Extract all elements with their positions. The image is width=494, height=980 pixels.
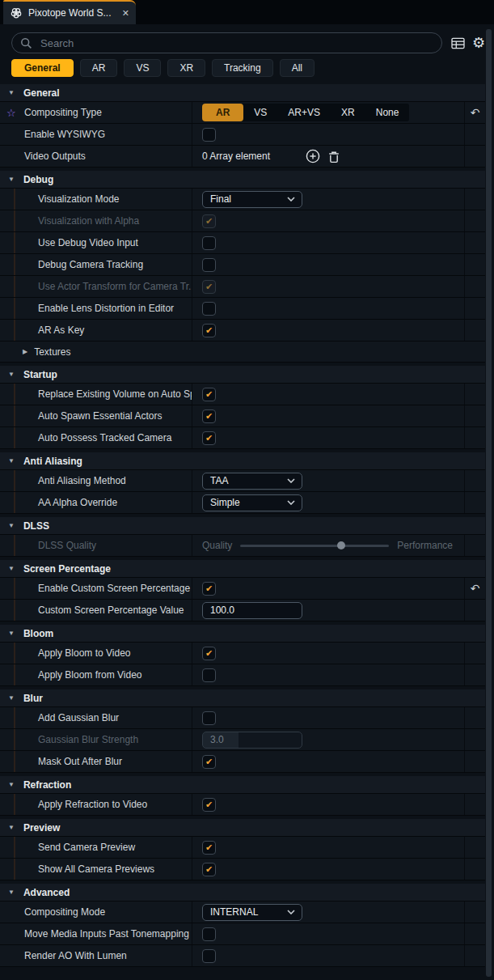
property-value-cell: ✔ — [192, 276, 465, 297]
property-value-cell: ARVSAR+VSXRNone — [192, 102, 465, 123]
visualization-mode-dropdown[interactable]: Final — [202, 191, 302, 208]
custom-screen-percentage-value-input[interactable] — [202, 602, 302, 619]
segment-ar[interactable]: AR — [202, 104, 243, 121]
section-title: Blur — [23, 693, 43, 704]
filter-chip-row: GeneralARVSXRTrackingAll — [11, 59, 494, 77]
compositing-mode-dropdown[interactable]: INTERNAL — [202, 904, 302, 921]
reset-cell — [465, 124, 485, 145]
reset-to-default-button[interactable]: ↶ — [471, 107, 480, 118]
property-row-enable-lens-distortion-in-editor: Enable Lens Distortion in Editor — [0, 298, 485, 320]
property-value-cell — [192, 254, 465, 275]
auto-possess-tracked-camera-checkbox[interactable]: ✔ — [202, 431, 216, 445]
filter-chip-tracking[interactable]: Tracking — [212, 59, 273, 77]
property-row-use-debug-video-input: Use Debug Video Input — [0, 232, 485, 254]
reset-cell — [465, 859, 485, 880]
anti-aliasing-method-dropdown[interactable]: TAA — [202, 473, 302, 490]
section-header-debug[interactable]: ▼Debug — [0, 171, 493, 189]
property-value-cell: ✔ — [192, 427, 465, 448]
mask-out-after-blur-checkbox[interactable]: ✔ — [202, 755, 216, 769]
property-label: Apply Bloom to Video — [38, 647, 131, 659]
property-label-cell: Apply Bloom from Video — [0, 664, 192, 685]
property-row-dlss-quality: DLSS QualityQualityPerformance — [0, 535, 485, 557]
property-row-compositing-mode: Compositing ModeINTERNAL — [0, 902, 485, 923]
scrollbar-thumb[interactable] — [486, 29, 492, 977]
enable-custom-screen-percentage-checkbox[interactable]: ✔ — [202, 582, 216, 596]
property-label: Enable Custom Screen Percentage — [38, 583, 190, 594]
section-header-dlss[interactable]: ▼DLSS — [0, 517, 493, 535]
property-label: Mask Out After Blur — [38, 756, 122, 767]
replace-existing-volume-on-auto-sp-checkbox[interactable]: ✔ — [202, 388, 216, 401]
checkmark-icon: ✔ — [205, 326, 213, 335]
apply-bloom-to-video-checkbox[interactable]: ✔ — [202, 647, 216, 660]
use-debug-video-input-checkbox[interactable] — [202, 236, 216, 250]
property-label: Use Actor Transform for Camera Tr... — [38, 281, 192, 292]
favorite-star-icon[interactable]: ☆ — [6, 108, 16, 118]
filter-chip-general[interactable]: General — [11, 59, 74, 77]
scrollbar-track[interactable] — [485, 24, 494, 980]
section-header-advanced[interactable]: ▼Advanced — [0, 884, 493, 902]
property-label-cell: Compositing Mode — [0, 902, 192, 923]
property-value-cell: INTERNAL — [192, 902, 465, 923]
property-row-apply-refraction-to-video: Apply Refraction to Video✔ — [0, 794, 485, 816]
section-header-startup[interactable]: ▼Startup — [0, 366, 493, 384]
enable-lens-distortion-in-editor-checkbox[interactable] — [202, 302, 216, 316]
reset-to-default-button[interactable]: ↶ — [471, 583, 480, 594]
section-header-blur[interactable]: ▼Blur — [0, 689, 493, 707]
render-ao-with-lumen-checkbox[interactable] — [202, 949, 216, 963]
debug-camera-tracking-checkbox[interactable] — [202, 258, 216, 272]
segment-ar-vs[interactable]: AR+VS — [277, 104, 331, 121]
property-label-cell: Auto Possess Tracked Camera — [0, 427, 192, 448]
section-header-anti-aliasing[interactable]: ▼Anti Aliasing — [0, 452, 493, 470]
close-icon[interactable]: ✕ — [122, 9, 129, 18]
add-element-icon[interactable] — [306, 149, 320, 163]
section-header-bloom[interactable]: ▼Bloom — [0, 625, 493, 643]
reset-cell — [465, 837, 485, 858]
filter-chip-ar[interactable]: AR — [80, 59, 118, 77]
use-actor-transform-for-camera-tr-checkbox: ✔ — [202, 280, 216, 294]
property-value-cell: ✔ — [192, 794, 465, 815]
property-label-cell: Enable Lens Distortion in Editor — [0, 298, 192, 319]
segment-vs[interactable]: VS — [243, 104, 277, 121]
section-header-general[interactable]: ▼General — [0, 84, 493, 102]
property-row-send-camera-preview: Send Camera Preview✔ — [0, 837, 485, 859]
property-value-cell: ✔ — [192, 859, 465, 880]
enable-wysiwyg-checkbox[interactable] — [202, 128, 216, 142]
auto-spawn-essential-actors-checkbox[interactable]: ✔ — [202, 409, 216, 423]
settings-gear-icon[interactable]: ⚙ — [472, 36, 485, 50]
reset-cell — [465, 945, 485, 966]
property-label-cell: Mask Out After Blur — [0, 751, 192, 772]
section-header-refraction[interactable]: ▼Refraction — [0, 776, 493, 794]
section-debug: ▼DebugVisualization ModeFinalVisualizati… — [0, 171, 494, 363]
move-media-inputs-past-tonemapping-checkbox[interactable] — [202, 927, 216, 941]
apply-bloom-from-video-checkbox[interactable] — [202, 668, 216, 682]
table-view-icon[interactable] — [451, 37, 465, 49]
apply-refraction-to-video-checkbox[interactable]: ✔ — [202, 798, 216, 812]
search-box[interactable] — [11, 32, 442, 53]
filter-chip-vs[interactable]: VS — [124, 59, 161, 77]
filter-chip-xr[interactable]: XR — [167, 59, 205, 77]
property-value-cell: ✔ — [192, 643, 465, 664]
property-row-use-actor-transform-for-camera-tr: Use Actor Transform for Camera Tr...✔ — [0, 276, 485, 298]
property-row-replace-existing-volume-on-auto-sp: Replace Existing Volume on Auto Sp...✔ — [0, 384, 485, 405]
property-label-cell: AR As Key — [0, 320, 192, 341]
send-camera-preview-checkbox[interactable]: ✔ — [202, 841, 216, 855]
ar-as-key-checkbox[interactable]: ✔ — [202, 324, 216, 337]
tab-pixotope-world-settings[interactable]: Pixotope World S... ✕ — [3, 0, 136, 24]
subsection-row-textures[interactable]: ▶Textures — [0, 342, 485, 363]
property-row-render-ao-with-lumen: Render AO With Lumen — [0, 945, 485, 967]
aa-alpha-override-dropdown[interactable]: Simple — [202, 494, 302, 511]
dropdown-value: INTERNAL — [210, 906, 258, 918]
show-all-camera-previews-checkbox[interactable]: ✔ — [202, 863, 216, 876]
filter-chip-all[interactable]: All — [280, 59, 315, 77]
pixotope-logo-icon — [10, 6, 23, 19]
segment-none[interactable]: None — [365, 104, 410, 121]
section-header-preview[interactable]: ▼Preview — [0, 819, 493, 837]
property-value-cell: ✔ — [192, 320, 465, 341]
delete-elements-icon[interactable] — [327, 150, 340, 163]
property-value-cell: ✔ — [192, 751, 465, 772]
add-gaussian-blur-checkbox[interactable] — [202, 711, 216, 725]
segment-xr[interactable]: XR — [331, 104, 365, 121]
reset-cell — [465, 470, 485, 491]
section-header-screen-percentage[interactable]: ▼Screen Percentage — [0, 560, 493, 578]
search-input[interactable] — [39, 36, 433, 50]
